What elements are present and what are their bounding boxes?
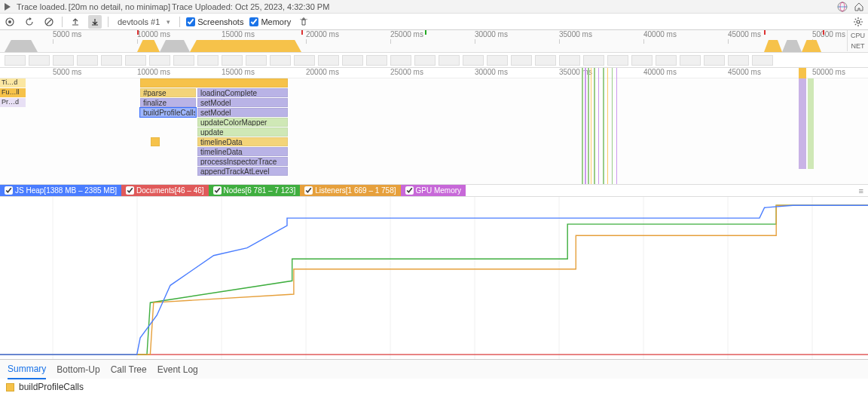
ruler-tick: 45000 ms [728, 68, 761, 76]
tab-call-tree[interactable]: Call Tree [111, 361, 147, 379]
flame-block[interactable]: setModel [197, 108, 288, 117]
memory-toggle[interactable]: Memory [249, 17, 291, 26]
flame-chart[interactable]: 5000 ms10000 ms15000 ms20000 ms25000 ms3… [0, 68, 868, 185]
reload-button[interactable] [23, 15, 36, 29]
overview-tick: 20000 ms [306, 30, 339, 38]
clear-button[interactable] [42, 15, 56, 29]
ruler-tick: 10000 ms [137, 68, 170, 76]
flame-block[interactable] [140, 78, 288, 88]
legend-chip[interactable]: JS Heap[1388 MB – 2385 MB] [0, 185, 121, 196]
svg-line-6 [47, 20, 51, 24]
flame-block[interactable] [151, 137, 160, 146]
globe-icon[interactable] [836, 1, 848, 13]
screenshots-toggle[interactable]: Screenshots [186, 17, 243, 26]
tab-bottom-up[interactable]: Bottom-Up [57, 361, 99, 379]
cpu-label: CPU [847, 30, 868, 41]
svg-point-7 [857, 20, 860, 23]
session-dropdown[interactable]: devtools #1 ▾ [115, 16, 173, 28]
memory-series [0, 205, 868, 355]
ruler-tick: 20000 ms [306, 68, 339, 76]
status-detail: [20m no detail, no minimap] [69, 2, 170, 11]
legend-chip[interactable]: GPU Memory [401, 185, 466, 196]
flame-block[interactable]: updateColorMapper [197, 118, 288, 127]
svg-point-4 [8, 20, 11, 23]
ruler-tick: 25000 ms [390, 68, 423, 76]
ruler-tick: 40000 ms [643, 68, 677, 76]
flame-block[interactable]: setModel [197, 98, 288, 107]
overview-tick: 45000 ms [728, 30, 761, 38]
overview-tick: 35000 ms [559, 30, 592, 38]
ruler-tick: 30000 ms [475, 68, 508, 76]
summary-swatch [6, 383, 14, 391]
memory-series [0, 205, 868, 355]
status-loaded: Trace loaded. [17, 2, 67, 11]
status-uploaded: Trace Uploaded: Oct 25, 2023, 4:32:30 PM [172, 2, 329, 11]
tab-event-log[interactable]: Event Log [157, 361, 198, 379]
overview-tick: 15000 ms [222, 30, 255, 38]
summary-name: buildProfileCalls [19, 382, 84, 392]
net-label: NET [847, 41, 868, 51]
status-bar: Trace loaded. [20m no detail, no minimap… [0, 0, 868, 14]
overview-tick: 25000 ms [390, 30, 423, 38]
flame-block[interactable]: buildProfileCalls [140, 108, 196, 117]
overview-tick: 40000 ms [643, 30, 677, 38]
overview-tick: 30000 ms [475, 30, 508, 38]
legend-chip[interactable]: Nodes[6 781 – 7 123] [209, 185, 301, 196]
legend-menu-icon[interactable]: ≡ [854, 186, 868, 195]
download-button[interactable] [88, 15, 102, 29]
record-button[interactable] [3, 15, 17, 29]
memory-legend: JS Heap[1388 MB – 2385 MB]Documents[46 –… [0, 185, 868, 197]
flame-block[interactable]: loadingComplete [197, 88, 288, 97]
flame-block[interactable]: #parse [140, 88, 196, 97]
summary-row: buildProfileCalls [0, 379, 868, 393]
memory-chart[interactable] [0, 197, 868, 359]
toolbar: devtools #1 ▾ Screenshots Memory [0, 14, 868, 30]
overview-tick: 5000 ms [53, 30, 81, 38]
screenshots-strip[interactable] [0, 53, 868, 68]
ruler-tick: 5000 ms [53, 68, 81, 76]
ruler-tick: 15000 ms [222, 68, 255, 76]
legend-chip[interactable]: Documents[46 – 46] [121, 185, 209, 196]
tab-summary[interactable]: Summary [8, 360, 46, 379]
garbage-collect-button[interactable] [297, 15, 310, 29]
flame-block[interactable]: timelineData [197, 147, 288, 156]
flame-block[interactable]: processInspectorTrace [197, 157, 288, 166]
overview-tick: 50000 ms [812, 30, 845, 38]
settings-gear-icon[interactable] [851, 15, 865, 29]
play-icon[interactable] [3, 2, 12, 11]
flame-block[interactable]: update [197, 127, 288, 137]
bottom-tabs: SummaryBottom-UpCall TreeEvent Log [0, 359, 868, 379]
flame-block[interactable]: timelineData [197, 137, 288, 146]
memory-series [0, 205, 868, 355]
overview-ruler[interactable]: 5000 ms10000 ms15000 ms20000 ms25000 ms3… [0, 30, 868, 53]
home-icon[interactable] [853, 1, 865, 13]
overview-tick: 10000 ms [137, 30, 170, 38]
flame-block[interactable]: appendTrackAtLevel [197, 167, 288, 176]
upload-button[interactable] [69, 15, 82, 29]
legend-chip[interactable]: Listeners[1 669 – 1 758] [300, 185, 400, 196]
flame-block[interactable]: finalize [140, 98, 196, 107]
